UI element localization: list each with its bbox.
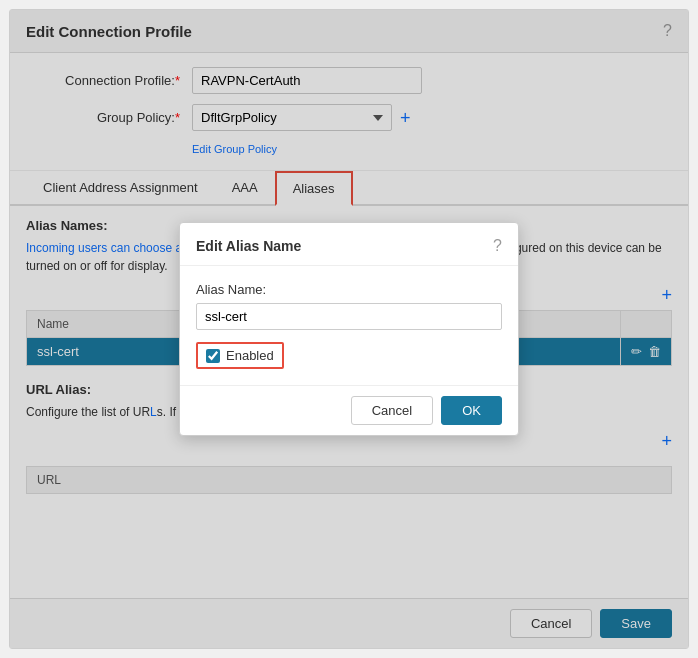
modal-help-icon[interactable]: ? [493, 237, 502, 255]
enabled-checkbox-row: Enabled [196, 342, 284, 369]
modal-footer: Cancel OK [180, 385, 518, 435]
alias-name-input[interactable] [196, 303, 502, 330]
main-panel: Edit Connection Profile ? Connection Pro… [9, 9, 689, 649]
modal-ok-button[interactable]: OK [441, 396, 502, 425]
modal-title: Edit Alias Name [196, 238, 301, 254]
enabled-label: Enabled [226, 348, 274, 363]
alias-name-label: Alias Name: [196, 282, 502, 297]
modal-overlay: Edit Alias Name ? Alias Name: Enabled Ca… [10, 10, 688, 648]
modal-cancel-button[interactable]: Cancel [351, 396, 433, 425]
modal-dialog: Edit Alias Name ? Alias Name: Enabled Ca… [179, 222, 519, 436]
enabled-checkbox[interactable] [206, 349, 220, 363]
modal-body: Alias Name: Enabled [180, 266, 518, 385]
modal-header: Edit Alias Name ? [180, 223, 518, 266]
